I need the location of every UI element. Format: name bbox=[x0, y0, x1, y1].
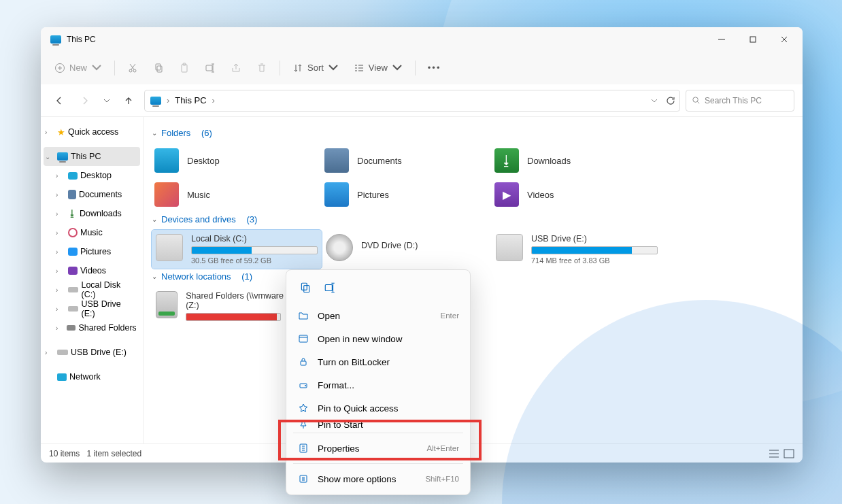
folder-videos[interactable]: ▶Videos bbox=[492, 178, 662, 212]
close-button[interactable] bbox=[769, 27, 800, 52]
drive-usb-e[interactable]: USB Drive (E:) 714 MB free of 3.83 GB bbox=[492, 230, 662, 269]
music-icon bbox=[154, 182, 179, 207]
sidebar-label: USB Drive (E:) bbox=[81, 299, 136, 318]
new-label: New bbox=[69, 63, 87, 73]
ctx-format[interactable]: Format... bbox=[290, 373, 466, 397]
paste-button[interactable] bbox=[173, 57, 195, 79]
this-pc-icon bbox=[50, 35, 61, 44]
folder-label: Pictures bbox=[357, 190, 389, 200]
share-button[interactable] bbox=[225, 57, 247, 79]
drive-icon bbox=[68, 306, 79, 312]
sidebar-label: Music bbox=[80, 228, 103, 237]
sort-button[interactable]: Sort bbox=[287, 57, 344, 79]
section-folders[interactable]: ⌄Folders (6) bbox=[152, 128, 794, 138]
sidebar-label: Network bbox=[69, 372, 101, 382]
cut-button[interactable] bbox=[122, 57, 144, 79]
up-button[interactable] bbox=[118, 90, 139, 111]
svg-rect-4 bbox=[156, 64, 161, 70]
back-button[interactable] bbox=[49, 90, 69, 111]
view-button[interactable]: View bbox=[348, 57, 408, 79]
sidebar-label: Quick access bbox=[68, 127, 118, 137]
sidebar-item-documents[interactable]: ›Documents bbox=[44, 185, 140, 204]
minimize-button[interactable] bbox=[706, 27, 737, 52]
folder-documents[interactable]: Documents bbox=[322, 144, 492, 178]
breadcrumb-item[interactable]: This PC bbox=[175, 95, 206, 105]
drive-label: Shared Folders (\\vmware(Z:) bbox=[186, 291, 284, 310]
new-button[interactable]: New bbox=[49, 57, 107, 79]
ctx-properties[interactable]: PropertiesAlt+Enter bbox=[290, 437, 466, 460]
pin-icon bbox=[297, 420, 309, 429]
sidebar-item-local-disk[interactable]: ›Local Disk (C:) bbox=[44, 280, 140, 299]
delete-button[interactable] bbox=[251, 57, 273, 79]
documents-icon bbox=[324, 148, 349, 173]
sidebar-item-shared[interactable]: ›Shared Folders (\\ bbox=[44, 318, 140, 337]
drive-icon bbox=[57, 350, 68, 355]
drive-dvd-d[interactable]: DVD Drive (D:) bbox=[322, 230, 492, 269]
details-view-icon[interactable] bbox=[769, 449, 779, 458]
drive-icon bbox=[67, 325, 76, 331]
ctx-open-new-window[interactable]: Open in new window bbox=[290, 327, 466, 350]
ctx-pin-start[interactable]: Pin to Start bbox=[290, 420, 466, 429]
music-icon bbox=[68, 228, 78, 237]
drive-label: Local Disk (C:) bbox=[191, 234, 318, 243]
svg-rect-8 bbox=[206, 65, 212, 71]
ctx-more-options[interactable]: Show more optionsShift+F10 bbox=[290, 467, 466, 490]
folder-pictures[interactable]: Pictures bbox=[322, 178, 492, 212]
toolbar: New Sort View ••• bbox=[41, 52, 803, 84]
sidebar-item-usb[interactable]: ›USB Drive (E:) bbox=[44, 299, 140, 318]
section-drives[interactable]: ⌄Devices and drives (3) bbox=[152, 214, 794, 224]
sidebar-usb-root[interactable]: ›USB Drive (E:) bbox=[44, 343, 140, 362]
videos-icon bbox=[68, 267, 78, 275]
search-icon bbox=[692, 96, 701, 105]
ctx-copy-button[interactable] bbox=[296, 278, 315, 297]
rename-button[interactable] bbox=[199, 57, 221, 79]
svg-point-2 bbox=[129, 69, 132, 72]
sidebar-label: Videos bbox=[80, 266, 106, 275]
ctx-open[interactable]: OpenEnter bbox=[290, 304, 466, 327]
sidebar-item-music[interactable]: ›Music bbox=[44, 223, 140, 242]
address-history-icon[interactable] bbox=[651, 97, 658, 104]
folder-label: Music bbox=[187, 190, 210, 200]
recent-button[interactable] bbox=[101, 90, 113, 111]
sidebar-label: Shared Folders (\\ bbox=[78, 323, 136, 333]
sidebar-label: Downloads bbox=[80, 209, 122, 218]
sort-label: Sort bbox=[307, 63, 324, 73]
folder-label: Documents bbox=[357, 156, 402, 166]
folder-desktop[interactable]: Desktop bbox=[152, 144, 322, 178]
search-input[interactable]: Search This PC bbox=[686, 90, 794, 112]
sidebar-quick-access[interactable]: ›★ Quick access bbox=[44, 122, 140, 141]
star-icon: ★ bbox=[57, 127, 65, 137]
copy-button[interactable] bbox=[148, 57, 169, 79]
sidebar-item-videos[interactable]: ›Videos bbox=[44, 261, 140, 280]
ctx-pin-qa[interactable]: Pin to Quick access bbox=[290, 397, 466, 420]
format-icon bbox=[297, 380, 309, 390]
sidebar-item-pictures[interactable]: ›Pictures bbox=[44, 242, 140, 261]
folder-downloads[interactable]: ⭳Downloads bbox=[492, 144, 662, 178]
sidebar-item-downloads[interactable]: ›⭳Downloads bbox=[44, 204, 140, 223]
svg-rect-14 bbox=[299, 335, 307, 342]
maximize-button[interactable] bbox=[737, 27, 769, 52]
folder-music[interactable]: Music bbox=[152, 178, 322, 212]
forward-button[interactable] bbox=[75, 90, 95, 111]
drive-local-c[interactable]: Local Disk (C:) 30.5 GB free of 59.2 GB bbox=[152, 230, 322, 269]
ctx-rename-button[interactable] bbox=[320, 278, 339, 297]
sidebar-this-pc[interactable]: ⌄ This PC bbox=[44, 147, 140, 166]
section-network[interactable]: ⌄Network locations (1) bbox=[152, 271, 794, 282]
desktop-icon bbox=[154, 148, 179, 173]
ctx-bitlocker[interactable]: Turn on BitLocker bbox=[290, 350, 466, 373]
addressbar[interactable]: › This PC › bbox=[144, 90, 680, 112]
folder-open-icon bbox=[297, 310, 309, 321]
tiles-view-icon[interactable] bbox=[784, 449, 794, 458]
more-button[interactable]: ••• bbox=[422, 57, 447, 79]
refresh-button[interactable] bbox=[666, 96, 675, 105]
svg-point-9 bbox=[693, 97, 698, 102]
folder-label: Desktop bbox=[187, 156, 220, 166]
sidebar-item-desktop[interactable]: ›Desktop bbox=[44, 166, 140, 185]
star-icon bbox=[297, 403, 309, 414]
network-icon bbox=[57, 373, 67, 381]
documents-icon bbox=[68, 190, 76, 199]
context-menu: OpenEnter Open in new window Turn on Bit… bbox=[286, 269, 471, 495]
this-pc-icon bbox=[150, 97, 161, 105]
sidebar-network[interactable]: ›Network bbox=[44, 367, 140, 386]
network-share-z[interactable]: Shared Folders (\\vmware(Z:) bbox=[152, 287, 288, 325]
